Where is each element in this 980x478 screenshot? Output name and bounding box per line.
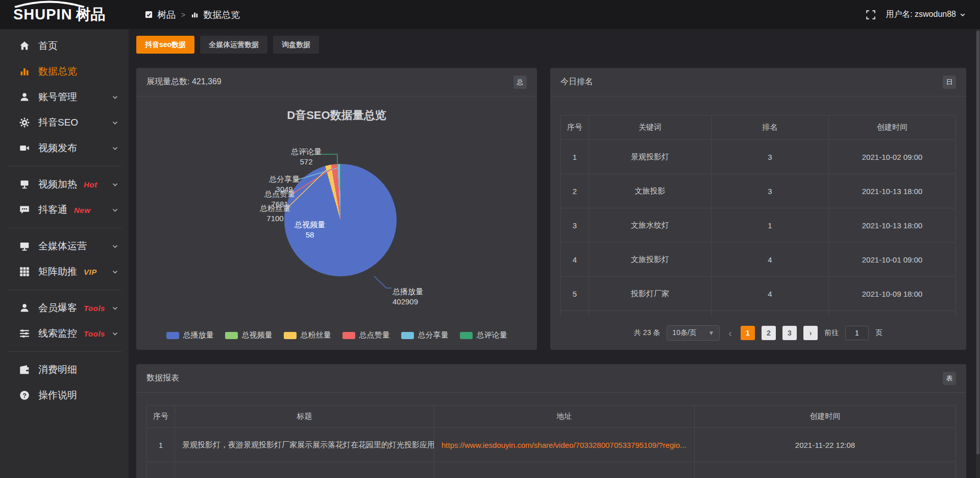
report-link[interactable]: https://www.iesdouyin.com/share/video/70… xyxy=(442,441,687,449)
app-logo: SHUPIN 树品 xyxy=(0,7,129,22)
sidebar-item-clue-monitor[interactable]: 线索监控Tools xyxy=(0,321,129,346)
breadcrumb-root[interactable]: 树品 xyxy=(157,9,176,21)
chart-title: D音SEO数据量总览 xyxy=(136,108,537,123)
goto-label: 前往 xyxy=(824,328,839,338)
ranking-day-badge[interactable]: 日 xyxy=(943,76,956,89)
chevron-down-icon xyxy=(112,305,118,312)
prev-page-button[interactable]: ‹ xyxy=(726,328,734,338)
user-icon xyxy=(18,303,31,313)
table-cell: 1 xyxy=(561,140,589,174)
sidebar-item-member-burst[interactable]: 会员爆客Tools xyxy=(0,295,129,321)
tab-2[interactable]: 全媒体运营数据 xyxy=(200,36,267,54)
chevron-down-icon xyxy=(112,243,118,250)
sidebar-item-douyin-seo[interactable]: 抖音SEO xyxy=(0,110,129,135)
page-scrollbar[interactable] xyxy=(976,29,980,478)
table-row: 2文旅投影32021-10-13 18:00 xyxy=(561,174,956,208)
sidebar-item-matrix-boost[interactable]: 矩阵助推VIP xyxy=(0,259,129,284)
table-cell: 文旅投影灯 xyxy=(589,243,712,277)
sidebar-item-label: 账号管理 xyxy=(38,90,77,104)
chevron-down-icon xyxy=(112,330,118,337)
sidebar-item-label: 消费明细 xyxy=(38,363,77,376)
home-icon xyxy=(18,41,31,51)
chat-icon xyxy=(18,205,31,215)
sidebar-item-badge: VIP xyxy=(84,268,97,276)
chevron-down-icon xyxy=(112,145,118,152)
user-menu[interactable]: 用户名: zswodun88 xyxy=(886,9,966,20)
next-page-button[interactable]: › xyxy=(803,326,818,340)
legend-item[interactable]: 总视频量 xyxy=(225,330,273,340)
sidebar-item-label: 矩阵助推 xyxy=(38,265,77,278)
logo-arc xyxy=(13,1,86,8)
table-cell: 4 xyxy=(712,243,829,277)
legend-item[interactable]: 总粉丝量 xyxy=(284,330,331,340)
sidebar-item-instructions[interactable]: ?操作说明 xyxy=(0,383,129,408)
report-title: 数据报表 xyxy=(146,373,179,384)
table-cell xyxy=(829,311,956,317)
legend-item[interactable]: 总评论量 xyxy=(460,330,507,340)
breadcrumb-current-icon xyxy=(191,11,199,18)
legend-item[interactable]: 总播放量 xyxy=(166,330,214,340)
sidebar-item-data-overview[interactable]: 数据总览 xyxy=(0,59,129,84)
page-size-select[interactable]: 10条/页 ▼ xyxy=(667,325,720,341)
sidebar-item-badge: Hot xyxy=(84,180,97,189)
report-time-cell: 2021-11-22 12:08 xyxy=(695,428,956,462)
goto-page-input[interactable] xyxy=(845,326,869,340)
report-table-badge[interactable]: 表 xyxy=(943,372,956,385)
sidebar-divider xyxy=(7,228,121,228)
tab-1[interactable]: 抖音seo数据 xyxy=(136,36,194,54)
report-title-cell: 景观投影灯，夜游景观投影灯厂家展示展示落花灯在花园里的灯光投影应用效果 # xyxy=(175,428,434,462)
report-col-header: 创建时间 xyxy=(695,405,956,428)
legend-label: 总视频量 xyxy=(242,330,273,340)
legend-swatch xyxy=(166,332,179,339)
table-cell xyxy=(589,311,712,317)
video-icon xyxy=(18,143,31,153)
legend-swatch xyxy=(225,332,238,339)
breadcrumb-root-icon xyxy=(145,11,153,18)
tab-3[interactable]: 询盘数据 xyxy=(273,36,319,54)
logo-cjk-text: 树品 xyxy=(76,7,106,22)
bar-chart-icon xyxy=(18,66,31,77)
sidebar-item-douketong[interactable]: 抖客通New xyxy=(0,197,129,223)
page-button-1[interactable]: 1 xyxy=(741,326,755,340)
legend-label: 总粉丝量 xyxy=(301,330,331,340)
sidebar-item-account-manage[interactable]: 账号管理 xyxy=(0,84,129,110)
legend-item[interactable]: 总点赞量 xyxy=(342,330,390,340)
legend-swatch xyxy=(284,332,297,339)
report-panel: 数据报表 表 序号标题地址创建时间 1景观投影灯，夜游景观投影灯厂家展示展示落花… xyxy=(136,364,966,478)
table-row-partial xyxy=(561,311,956,317)
table-cell: 2021-10-13 18:00 xyxy=(829,174,956,208)
legend-item[interactable]: 总分享量 xyxy=(401,330,449,340)
overview-total-badge[interactable]: 总 xyxy=(513,76,527,89)
svg-text:?: ? xyxy=(22,392,27,399)
question-icon: ? xyxy=(18,390,31,400)
ranking-col-header: 序号 xyxy=(561,115,589,140)
legend-swatch xyxy=(460,332,473,339)
table-cell: 2021-10-09 18:00 xyxy=(829,277,956,311)
table-cell: 3 xyxy=(561,208,589,243)
scrollbar-thumb[interactable] xyxy=(976,31,979,455)
chevron-down-icon xyxy=(112,269,118,275)
breadcrumb: 树品 > 数据总览 xyxy=(145,9,240,21)
monitor-icon xyxy=(18,241,31,251)
chevron-down-icon xyxy=(960,12,966,18)
sidebar-item-home[interactable]: 首页 xyxy=(0,33,129,59)
sidebar-item-video-heat[interactable]: 视频加热Hot xyxy=(0,172,129,197)
table-cell: 1 xyxy=(147,428,175,462)
table-cell: 2021-10-13 18:00 xyxy=(829,208,956,243)
sidebar-item-video-publish[interactable]: 视频发布 xyxy=(0,135,129,161)
pie-chart: D音SEO数据量总览 总评论量572 总分享量3049 总点赞量7681 总粉丝… xyxy=(136,97,537,349)
sidebar-item-media-operation[interactable]: 全媒体运营 xyxy=(0,233,129,259)
page-button-2[interactable]: 2 xyxy=(762,326,776,340)
sidebar-item-label: 视频发布 xyxy=(38,141,77,155)
table-cell: 4 xyxy=(561,243,589,277)
screen-icon xyxy=(18,179,31,189)
ranking-col-header: 关键词 xyxy=(589,115,712,140)
table-row: 5投影灯厂家42021-10-09 18:00 xyxy=(561,277,956,311)
fullscreen-icon[interactable] xyxy=(866,10,875,19)
page-button-3[interactable]: 3 xyxy=(782,326,797,340)
logo-text: SHUPIN xyxy=(13,7,72,22)
pie-label-comments: 总评论量572 xyxy=(283,147,329,167)
sidebar-item-consumption-detail[interactable]: 消费明细 xyxy=(0,357,129,383)
sidebar-divider xyxy=(7,290,121,290)
table-cell: 3 xyxy=(712,174,829,208)
